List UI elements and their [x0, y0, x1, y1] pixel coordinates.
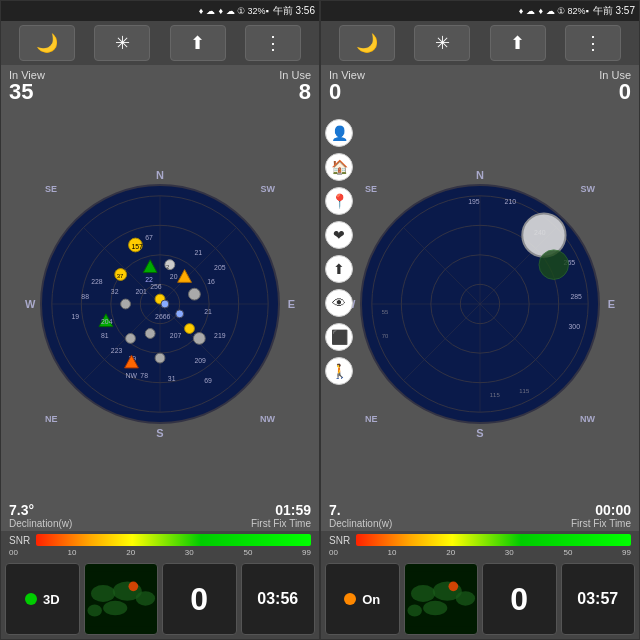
left-map-card[interactable] [84, 563, 159, 635]
right-pin-icon[interactable]: 📍 [325, 187, 353, 215]
right-nav-icon[interactable]: ⬛ [325, 323, 353, 351]
svg-text:2666: 2666 [155, 313, 170, 320]
right-status-card[interactable]: On [325, 563, 400, 635]
svg-point-54 [91, 585, 115, 602]
left-share-button[interactable]: ⬆ [170, 25, 226, 61]
right-menu-button[interactable]: ⋮ [565, 25, 621, 61]
right-map-card[interactable] [404, 563, 479, 635]
svg-text:16: 16 [207, 278, 215, 285]
right-eye-icon[interactable]: 👁 [325, 289, 353, 317]
svg-point-75 [539, 250, 569, 279]
right-snr-scale: 00 10 20 30 50 99 [329, 548, 631, 557]
svg-text:210: 210 [505, 198, 517, 205]
left-radar: 157 37 22 2 [40, 184, 280, 424]
right-share-button[interactable]: ⬆ [490, 25, 546, 61]
right-toolbar: 🌙 ✳ ⬆ ⋮ [321, 21, 639, 65]
left-radar-svg: 157 37 22 2 [42, 186, 278, 422]
left-radar-container: N S W E SW SE NW NE [1, 109, 319, 499]
svg-point-52 [176, 310, 184, 318]
right-bottom-info: 7. Declination(w) 00:00 First Fix Time [321, 499, 639, 531]
svg-text:2: 2 [166, 264, 169, 270]
left-time: 午前 3:56 [273, 4, 315, 18]
svg-text:31: 31 [168, 375, 176, 382]
svg-text:209: 209 [194, 357, 206, 364]
right-info-bar: In View 0 In Use 0 [321, 65, 639, 109]
svg-text:NW: NW [126, 372, 138, 379]
svg-text:201: 201 [135, 288, 147, 295]
right-compass-N: N [476, 169, 484, 181]
right-snr-gradient [356, 534, 631, 546]
left-location-icon: ♦ [199, 6, 204, 16]
right-star-button[interactable]: ✳ [414, 25, 470, 61]
right-compass-E: E [608, 298, 615, 310]
left-battery-icon: ♦ ☁ ① 32%▪ [218, 6, 268, 16]
right-status-icons: ♦ ☁ ♦ ☁ ① 82%▪ [519, 6, 589, 16]
right-wifi-icon: ☁ [526, 6, 535, 16]
left-3d-dot [25, 593, 37, 605]
left-menu-button[interactable]: ⋮ [245, 25, 301, 61]
left-status-card[interactable]: 3D [5, 563, 80, 635]
svg-text:21: 21 [194, 249, 202, 256]
right-heart-icon[interactable]: ❤ [325, 221, 353, 249]
right-share2-icon[interactable]: ⬆ [325, 255, 353, 283]
left-star-button[interactable]: ✳ [94, 25, 150, 61]
svg-text:67: 67 [145, 234, 153, 241]
svg-text:228: 228 [91, 278, 103, 285]
svg-point-57 [103, 601, 127, 616]
right-moon-button[interactable]: 🌙 [339, 25, 395, 61]
svg-text:195: 195 [468, 198, 480, 205]
left-radar-wrapper: N S W E SW SE NW NE [25, 169, 295, 439]
svg-point-25 [121, 299, 131, 309]
right-radar-container: 👤 🏠 📍 ❤ ⬆ 👁 ⬛ 🚶 N S W E SW SE NW NE [321, 109, 639, 499]
svg-text:256: 256 [150, 283, 162, 290]
svg-point-59 [128, 581, 138, 591]
svg-text:78: 78 [140, 372, 148, 379]
svg-text:223: 223 [111, 347, 123, 354]
svg-marker-18 [178, 270, 192, 283]
svg-point-81 [411, 585, 435, 602]
svg-text:285: 285 [570, 293, 582, 300]
svg-point-24 [126, 334, 136, 344]
svg-text:55: 55 [382, 309, 389, 315]
left-zero-card: 0 [162, 563, 237, 635]
svg-text:69: 69 [204, 377, 212, 384]
right-zero-card: 0 [482, 563, 557, 635]
left-compass-E: E [288, 298, 295, 310]
right-snr-bar: SNR 00 10 20 30 50 99 [321, 531, 639, 559]
right-map-svg [405, 564, 478, 634]
svg-point-84 [423, 601, 447, 616]
left-compass-N: N [156, 169, 164, 181]
right-radar: 195 210 240 265 285 300 55 70 115 115 [360, 184, 600, 424]
left-status-bar: ♦ ☁ ♦ ☁ ① 32%▪ 午前 3:56 [1, 1, 319, 21]
svg-point-85 [407, 604, 422, 616]
left-moon-button[interactable]: 🌙 [19, 25, 75, 61]
right-in-use: In Use 0 [599, 69, 631, 103]
left-panel: ♦ ☁ ♦ ☁ ① 32%▪ 午前 3:56 🌙 ✳ ⬆ ⋮ In View 3… [0, 0, 320, 640]
right-in-view: In View 0 [329, 69, 365, 103]
right-person-icon[interactable]: 👤 [325, 119, 353, 147]
left-snr-scale: 00 10 20 30 50 99 [9, 548, 311, 557]
left-compass-S: S [156, 427, 163, 439]
right-time: 午前 3:57 [593, 4, 635, 18]
left-compass-W: W [25, 298, 35, 310]
left-time-card: 03:56 [241, 563, 316, 635]
svg-marker-15 [143, 260, 157, 273]
right-walk-icon[interactable]: 🚶 [325, 357, 353, 385]
right-on-dot [344, 593, 356, 605]
svg-marker-49 [125, 355, 139, 368]
svg-point-12 [185, 324, 195, 334]
left-bottom-info: 7.3° Declination(w) 01:59 First Fix Time [1, 499, 319, 531]
svg-text:19: 19 [72, 313, 80, 320]
right-compass-S: S [476, 427, 483, 439]
right-battery-icon: ♦ ☁ ① 82%▪ [538, 6, 588, 16]
right-location-icon: ♦ [519, 6, 524, 16]
right-home-icon[interactable]: 🏠 [325, 153, 353, 181]
svg-text:37: 37 [117, 273, 124, 279]
left-snr-gradient [36, 534, 311, 546]
svg-text:157: 157 [131, 243, 143, 250]
left-bottom-cards: 3D 0 03:56 [1, 559, 319, 639]
right-sidebar-icons: 👤 🏠 📍 ❤ ⬆ 👁 ⬛ 🚶 [325, 119, 353, 385]
svg-text:21: 21 [204, 308, 212, 315]
svg-text:88: 88 [81, 293, 89, 300]
left-toolbar: 🌙 ✳ ⬆ ⋮ [1, 21, 319, 65]
